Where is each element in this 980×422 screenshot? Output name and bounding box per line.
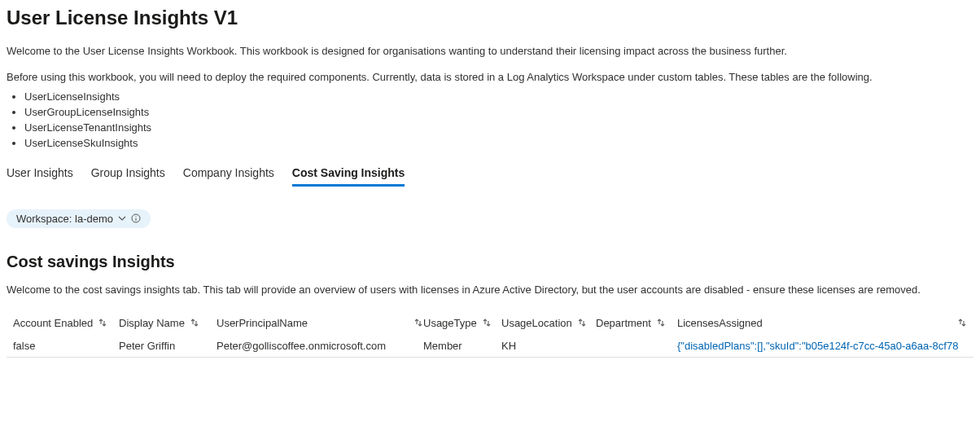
tab-bar: User Insights Group Insights Company Ins… — [7, 163, 973, 187]
info-icon — [131, 213, 141, 223]
table-header-row: Account Enabled Display Name UserPrincip… — [7, 312, 973, 335]
intro-text: Welcome to the User License Insights Wor… — [7, 44, 973, 59]
cell-usage-location: KH — [501, 340, 596, 352]
col-header-label: LicensesAssigned — [677, 317, 763, 329]
disabled-users-table: Account Enabled Display Name UserPrincip… — [7, 312, 973, 358]
col-header-label: UsageLocation — [501, 317, 572, 329]
list-item: UserLicenseTenantInsights — [24, 121, 973, 136]
workspace-label: Workspace: la-demo — [16, 213, 113, 225]
col-header-usage-type[interactable]: UsageType — [423, 317, 501, 329]
workspace-selector[interactable]: Workspace: la-demo — [7, 209, 151, 228]
table-row[interactable]: false Peter Griffin Peter@golliscoffee.o… — [7, 335, 973, 358]
page-title: User License Insights V1 — [7, 7, 973, 29]
cell-upn: Peter@golliscoffee.onmicrosoft.com — [217, 340, 423, 352]
section-title: Cost savings Insights — [7, 253, 973, 271]
col-header-label: UsageType — [423, 317, 477, 329]
col-header-label: Display Name — [119, 317, 185, 329]
col-header-label: Department — [596, 317, 651, 329]
required-tables-list: UserLicenseInsights UserGroupLicenseInsi… — [24, 90, 973, 151]
tab-user-insights[interactable]: User Insights — [7, 163, 73, 187]
section-intro: Welcome to the cost savings insights tab… — [7, 283, 973, 297]
tab-company-insights[interactable]: Company Insights — [183, 163, 274, 187]
col-header-display-name[interactable]: Display Name — [119, 317, 217, 329]
col-header-usage-location[interactable]: UsageLocation — [501, 317, 596, 329]
col-header-department[interactable]: Department — [596, 317, 677, 329]
chevron-down-icon — [118, 214, 126, 222]
sort-icon — [656, 318, 666, 327]
col-header-label: UserPrincipalName — [217, 317, 308, 329]
sort-icon — [577, 318, 587, 327]
pre-list-text: Before using this workbook, you will nee… — [7, 70, 973, 85]
list-item: UserGroupLicenseInsights — [24, 105, 973, 121]
cell-display-name: Peter Griffin — [119, 340, 217, 352]
svg-point-2 — [135, 216, 136, 217]
sort-icon — [413, 318, 423, 327]
col-header-label: Account Enabled — [13, 317, 93, 329]
col-header-licenses[interactable]: LicensesAssigned — [677, 317, 973, 329]
cell-account-enabled: false — [7, 340, 119, 352]
list-item: UserLicenseSkuInsights — [24, 136, 973, 152]
col-header-account-enabled[interactable]: Account Enabled — [7, 317, 119, 329]
sort-icon — [98, 318, 107, 327]
cell-usage-type: Member — [423, 340, 501, 352]
sort-icon — [190, 318, 199, 327]
sort-icon — [482, 318, 492, 327]
tab-group-insights[interactable]: Group Insights — [91, 163, 165, 187]
cell-licenses[interactable]: {"disabledPlans":[],"skuId":"b05e124f-c7… — [677, 340, 973, 352]
col-header-upn[interactable]: UserPrincipalName — [217, 317, 423, 329]
list-item: UserLicenseInsights — [24, 90, 973, 105]
tab-cost-saving-insights[interactable]: Cost Saving Insights — [292, 163, 405, 187]
sort-icon — [957, 318, 967, 327]
